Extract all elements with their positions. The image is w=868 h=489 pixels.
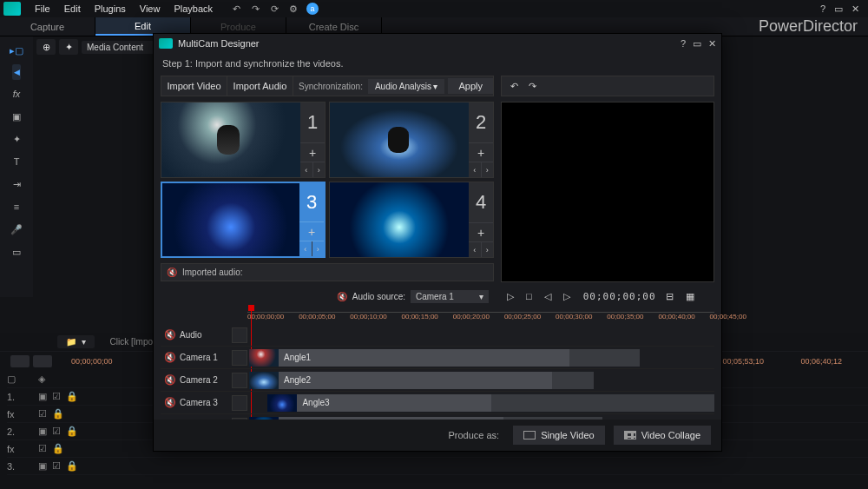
camera-1-add-button[interactable]: + [300,142,325,162]
camera-slot-1[interactable]: 1 + ‹› [161,102,326,178]
mute-icon[interactable]: 🔇 [161,397,180,408]
audio-source-row: 🔇 Audio source: Camera 1 ▾ [161,287,494,307]
import-video-button[interactable]: Import Video [161,76,227,96]
play-icon[interactable]: ▷ [504,288,516,305]
ruler-tick: 00;00;25;00 [504,313,541,320]
apply-button[interactable]: Apply [448,78,493,94]
plugin-icon[interactable]: ✦ [59,39,78,55]
camera-slot-4[interactable]: 4 + ‹› [329,182,494,258]
camera-slot-3[interactable]: 3 + ‹› [161,182,326,258]
single-video-button[interactable]: Single Video [513,426,605,445]
next-frame-icon[interactable]: ▷ [561,288,573,305]
lock-icon[interactable]: 🔒 [66,460,78,472]
cloud-icon[interactable]: ⟳ [268,3,280,15]
loop-icon[interactable]: ⊟ [663,288,676,305]
menu-edit[interactable]: Edit [57,3,88,14]
menu-playback[interactable]: Playback [167,3,220,14]
camera-4-prev-icon[interactable]: ‹ [469,242,481,257]
video-collage-button[interactable]: Video Collage [614,426,711,445]
track-audio-add[interactable] [232,327,247,343]
lock-icon[interactable]: 🔒 [66,391,78,402]
single-video-label: Single Video [541,430,595,440]
minimize-icon[interactable]: ▭ [834,3,843,15]
menu-view[interactable]: View [133,3,168,14]
clip-angle3[interactable]: Angle3 [267,394,714,412]
camera-2-add[interactable] [232,373,247,388]
mute-icon[interactable]: 🔇 [161,374,180,386]
camera-3-prev-icon[interactable]: ‹ [299,241,312,256]
camera-2-add-button[interactable]: + [469,142,493,162]
clip-angle2[interactable]: Angle2 [249,372,594,389]
fx-room-icon[interactable]: fx [6,85,27,102]
preview-undo-icon[interactable]: ↶ [507,79,522,94]
folder-dropdown[interactable]: 📁 ▾ [57,335,95,348]
timeline-mode-buttons [10,355,52,367]
tab-capture[interactable]: Capture [0,17,95,36]
visible-icon[interactable]: ☑ [52,426,61,437]
visible-icon[interactable]: ☑ [38,408,47,420]
menu-plugins[interactable]: Plugins [88,3,133,14]
dialog-title-text: MultiCam Designer [178,38,260,49]
lock-icon[interactable]: 🔒 [52,408,64,420]
camera-2-prev-icon[interactable]: ‹ [469,162,481,177]
import-menu-icon[interactable]: ⊕ [36,39,56,55]
close-icon[interactable]: ✕ [852,3,859,15]
dialog-maximize-icon[interactable]: ▭ [693,38,701,50]
settings-icon[interactable]: ⚙ [287,3,299,15]
title-room-icon[interactable]: T [6,153,27,170]
voice-room-icon[interactable]: 🎤 [6,221,27,238]
camera-1-add[interactable] [232,350,247,366]
media-content-dropdown[interactable]: Media Content [82,41,160,54]
help-icon[interactable]: ? [820,3,825,15]
camera-3-thumbnail [162,183,299,256]
undo-icon[interactable]: ↶ [230,3,242,15]
audio-source-speaker-icon: 🔇 [337,292,347,301]
menu-file[interactable]: File [28,3,57,14]
camera-3-add[interactable] [232,395,247,411]
sync-method-select[interactable]: Audio Analysis ▾ [368,79,445,94]
dialog-help-icon[interactable]: ? [681,38,686,50]
audio-room-icon[interactable]: ≡ [6,198,27,215]
visible-icon[interactable]: ☑ [52,460,61,472]
quality-icon[interactable]: ▦ [683,288,697,305]
camera-3-label: Camera 3 [180,398,232,407]
prev-frame-icon[interactable]: ◁ [542,288,554,305]
camera-3-next-icon[interactable]: › [312,241,325,256]
lock-icon[interactable]: 🔒 [66,426,78,437]
camera-4-next-icon[interactable]: › [481,242,494,257]
profile-icon[interactable]: a [306,3,319,15]
camera-1-next-icon[interactable]: › [312,162,326,177]
bg-track-3[interactable]: 3. ▣☑🔒 [7,458,868,475]
timeline-mode-b[interactable] [33,355,52,367]
expand-strip-icon[interactable]: ◀ [12,64,21,80]
timeline-mode-a[interactable] [10,355,30,367]
redo-icon[interactable]: ↷ [249,3,261,15]
import-toolbar: Import Video Import Audio Synchronizatio… [161,76,494,96]
mute-icon[interactable]: 🔇 [161,329,180,340]
camera-3-add-button[interactable]: + [299,221,324,241]
imported-audio-field[interactable]: 🔇 Imported audio: [161,263,494,281]
camera-2-next-icon[interactable]: › [481,162,494,177]
lock-icon[interactable]: 🔒 [52,443,64,454]
visible-icon[interactable]: ☑ [52,391,61,402]
transition-room-icon[interactable]: ⇥ [6,175,27,193]
clip-angle1[interactable]: Angle1 [249,349,640,367]
preview-viewport[interactable] [501,102,714,282]
visible-icon[interactable]: ☑ [38,443,47,454]
clip-thumb-icon [249,349,279,367]
subtitle-room-icon[interactable]: ▭ [6,243,27,261]
media-room-icon[interactable]: ▸▢ [6,42,27,59]
particle-room-icon[interactable]: ✦ [6,130,27,148]
timeline-ruler[interactable]: 00;00;00;00 00;00;05;00 00;00;10;00 00;0… [247,312,714,324]
mute-icon[interactable]: 🔇 [161,352,180,363]
audio-source-select[interactable]: Camera 1 ▾ [411,290,489,303]
pip-room-icon[interactable]: ▣ [6,108,27,125]
preview-redo-icon[interactable]: ↷ [525,79,540,94]
camera-4-add-button[interactable]: + [469,222,493,241]
dialog-titlebar[interactable]: MultiCam Designer ? ▭ ✕ [154,34,721,53]
dialog-close-icon[interactable]: ✕ [708,38,716,50]
camera-slot-2[interactable]: 2 + ‹› [329,102,494,178]
import-audio-button[interactable]: Import Audio [227,76,293,96]
camera-1-prev-icon[interactable]: ‹ [300,162,312,177]
stop-icon[interactable]: □ [523,288,535,304]
